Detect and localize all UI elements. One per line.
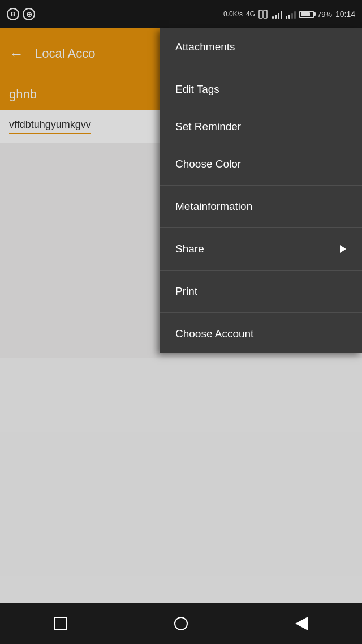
- menu-item-attachments[interactable]: Attachments: [160, 28, 362, 66]
- menu-item-share[interactable]: Share: [160, 230, 362, 268]
- menu-item-set-reminder[interactable]: Set Reminder: [160, 108, 362, 145]
- menu-divider-3: [160, 227, 362, 228]
- home-icon: [174, 617, 188, 630]
- menu-divider-5: [160, 312, 362, 313]
- menu-item-choose-color[interactable]: Choose Color: [160, 145, 362, 183]
- nav-recent-apps-button[interactable]: [46, 609, 75, 638]
- menu-item-edit-tags[interactable]: Edit Tags: [160, 71, 362, 108]
- back-icon: [295, 617, 308, 630]
- menu-divider-2: [160, 185, 362, 186]
- recent-apps-icon: [54, 617, 67, 630]
- chevron-right-icon: [340, 245, 346, 253]
- menu-divider-1: [160, 68, 362, 68]
- menu-item-choose-account[interactable]: Choose Account: [160, 315, 362, 353]
- menu-divider-4: [160, 270, 362, 271]
- bottom-nav: [0, 603, 362, 644]
- menu-item-print[interactable]: Print: [160, 273, 362, 310]
- nav-home-button[interactable]: [167, 609, 195, 638]
- nav-back-button[interactable]: [287, 609, 316, 638]
- menu-item-metainformation[interactable]: Metainformation: [160, 188, 362, 225]
- context-menu: Attachments Edit Tags Set Reminder Choos…: [160, 28, 362, 353]
